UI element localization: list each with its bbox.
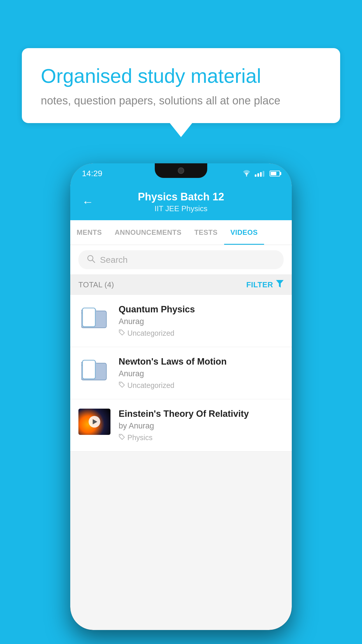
list-item[interactable]: Einstein's Theory Of Relativity by Anura… xyxy=(70,399,292,452)
wifi-icon xyxy=(242,170,251,177)
filter-row: TOTAL (4) FILTER xyxy=(70,275,292,295)
svg-point-14 xyxy=(120,435,121,436)
video-title: Einstein's Theory Of Relativity xyxy=(119,409,284,419)
video-author: by Anurag xyxy=(119,421,284,430)
bubble-subtitle: notes, question papers, solutions all at… xyxy=(41,94,321,107)
tab-ments[interactable]: MENTS xyxy=(70,220,108,245)
header-title-area: Physics Batch 12 IIT JEE Physics xyxy=(102,191,260,213)
tag-icon xyxy=(119,382,125,390)
video-info: Quantum Physics Anurag Uncategorized xyxy=(119,304,284,337)
video-info: Einstein's Theory Of Relativity by Anura… xyxy=(119,409,284,442)
back-button[interactable]: ← xyxy=(82,195,94,209)
video-title: Newton's Laws of Motion xyxy=(119,356,284,367)
tag-icon xyxy=(119,329,125,337)
video-tag: Physics xyxy=(119,433,284,442)
tag-icon xyxy=(119,434,125,442)
tab-tests[interactable]: TESTS xyxy=(188,220,224,245)
svg-marker-3 xyxy=(276,280,284,288)
video-info: Newton's Laws of Motion Anurag Uncategor… xyxy=(119,356,284,390)
video-list: Quantum Physics Anurag Uncategorized xyxy=(70,295,292,452)
tab-videos[interactable]: VIDEOS xyxy=(224,220,264,245)
tabs-bar: MENTS ANNOUNCEMENTS TESTS VIDEOS xyxy=(70,220,292,245)
list-item[interactable]: Quantum Physics Anurag Uncategorized xyxy=(70,295,292,347)
play-icon xyxy=(93,419,97,424)
svg-rect-12 xyxy=(82,360,95,379)
svg-point-13 xyxy=(120,383,121,384)
folder-icon xyxy=(78,356,110,383)
header-title: Physics Batch 12 xyxy=(102,191,260,203)
tag-label: Uncategorized xyxy=(127,329,174,337)
header-subtitle: IIT JEE Physics xyxy=(102,204,260,213)
notch xyxy=(155,163,207,178)
speech-bubble: Organised study material notes, question… xyxy=(22,48,340,123)
tag-label: Physics xyxy=(127,433,152,442)
video-thumbnail xyxy=(78,409,110,435)
app-header: ← Physics Batch 12 IIT JEE Physics xyxy=(70,184,292,220)
phone-frame: 14:29 xyxy=(70,163,292,630)
svg-point-8 xyxy=(120,330,121,331)
status-time: 14:29 xyxy=(82,169,102,178)
phone-screen: 14:29 xyxy=(70,163,292,630)
status-bar: 14:29 xyxy=(70,163,292,184)
video-author: Anurag xyxy=(119,369,284,378)
bubble-title: Organised study material xyxy=(41,64,321,88)
battery-icon xyxy=(270,171,280,176)
folder-icon xyxy=(78,304,110,330)
video-tag: Uncategorized xyxy=(119,381,284,390)
search-icon xyxy=(87,254,95,265)
filter-icon xyxy=(276,280,284,290)
total-count: TOTAL (4) xyxy=(78,280,114,289)
signal-icon xyxy=(255,170,264,177)
svg-point-0 xyxy=(246,175,247,176)
tag-label: Uncategorized xyxy=(127,381,174,390)
search-input-wrap[interactable]: Search xyxy=(78,250,284,269)
filter-label: FILTER xyxy=(246,280,273,289)
svg-line-2 xyxy=(92,260,95,262)
play-button[interactable] xyxy=(89,416,100,428)
svg-rect-7 xyxy=(82,308,95,327)
list-item[interactable]: Newton's Laws of Motion Anurag Uncategor… xyxy=(70,347,292,399)
video-author: Anurag xyxy=(119,317,284,326)
video-tag: Uncategorized xyxy=(119,329,284,337)
search-container: Search xyxy=(70,245,292,275)
tab-announcements[interactable]: ANNOUNCEMENTS xyxy=(108,220,188,245)
search-placeholder: Search xyxy=(100,255,128,265)
filter-button[interactable]: FILTER xyxy=(246,280,284,290)
video-title: Quantum Physics xyxy=(119,304,284,315)
status-icons xyxy=(242,170,280,177)
camera xyxy=(178,167,184,174)
